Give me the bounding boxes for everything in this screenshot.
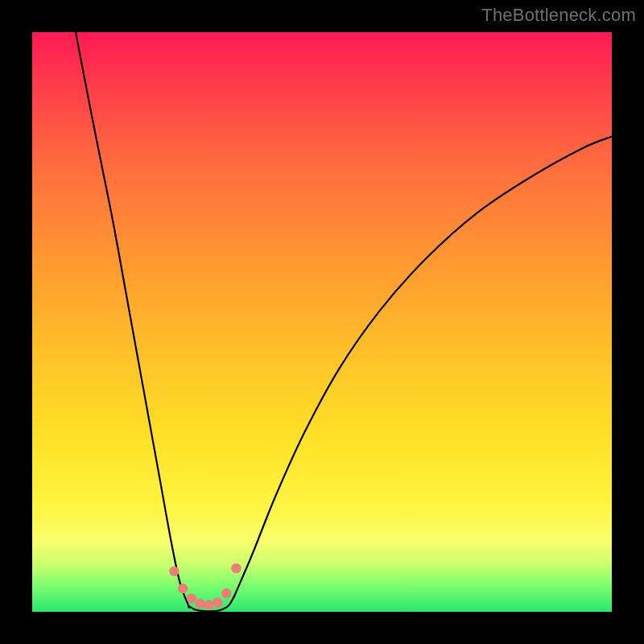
valley-dot [196,599,205,609]
valley-dot [178,584,188,593]
valley-dot [221,588,231,598]
valley-dot [187,593,196,603]
chart-svg [32,32,612,612]
valley-dot [204,600,213,609]
valley-dot [169,566,179,576]
chart-frame: TheBottleneck.com [0,0,644,644]
bottleneck-curve [76,32,612,611]
watermark-text: TheBottleneck.com [481,5,636,26]
plot-area [32,32,612,612]
valley-dot [231,564,241,573]
valley-dot [213,597,222,607]
